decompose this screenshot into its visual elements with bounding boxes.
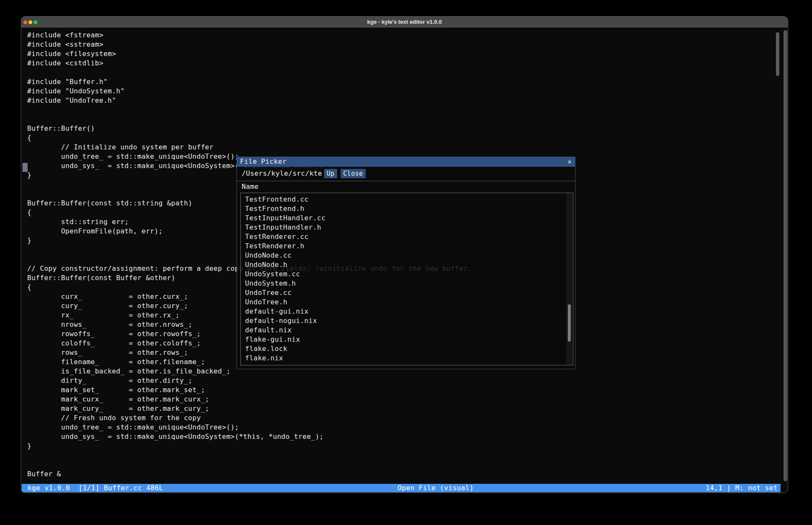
code-line xyxy=(27,460,472,469)
file-picker-dialog: File Picker ✕ /Users/kyle/src/kte Up Clo… xyxy=(237,157,575,369)
status-mode: Open File (visual) xyxy=(398,484,474,492)
file-list-item[interactable]: TestRenderer.h xyxy=(245,241,325,251)
file-list-item[interactable]: TestFrontend.cc xyxy=(245,195,325,204)
name-column-header: Name xyxy=(242,182,259,191)
desktop-background: kge - kyle's text editor v1.0.0 #include… xyxy=(0,0,812,525)
code-line: mark_set_ = other.mark_set_; xyxy=(27,385,472,395)
code-line xyxy=(27,451,472,460)
file-list-item[interactable]: flake-gui.nix xyxy=(245,335,325,344)
code-line: #include "UndoTree.h" xyxy=(27,96,472,105)
code-line: } xyxy=(27,441,472,451)
file-list-item[interactable]: default-nogui.nix xyxy=(245,316,325,326)
code-line: #include <fstream> xyxy=(27,31,472,40)
status-left: kge v1.0.0 [1/1] Buffer.cc 486L xyxy=(28,484,163,492)
file-list-item[interactable]: flake.lock xyxy=(245,344,325,354)
file-list-item[interactable]: flake.nix xyxy=(245,354,325,363)
editor-scrollbar-thumb[interactable] xyxy=(776,32,779,76)
code-line: { xyxy=(27,133,472,143)
file-items: TestFrontend.ccTestFrontend.hTestInputHa… xyxy=(245,195,325,363)
code-line: #include <sstream> xyxy=(27,40,472,49)
file-list-item[interactable]: default-gui.nix xyxy=(245,307,325,316)
code-line: undo_sys_ = std::make_unique<UndoSystem>… xyxy=(27,432,472,441)
file-list-item[interactable]: UndoSystem.cc xyxy=(245,270,325,279)
up-button[interactable]: Up xyxy=(324,169,337,178)
status-bar: kge v1.0.0 [1/1] Buffer.cc 486L Open Fil… xyxy=(22,484,781,492)
code-line: // Initialize undo system per buffer xyxy=(27,143,472,152)
file-list-item[interactable]: TestInputHandler.h xyxy=(245,223,325,232)
file-list-item[interactable]: TestInputHandler.cc xyxy=(245,213,325,223)
file-list-item[interactable]: UndoTree.cc xyxy=(245,288,325,298)
file-picker-body: /Users/kyle/src/kte Up Close Name TestFr… xyxy=(237,167,575,369)
code-line: #include <cstdlib> xyxy=(27,59,472,68)
code-line: #include <filesystem> xyxy=(27,49,472,59)
path-row: /Users/kyle/src/kte Up Close xyxy=(237,168,575,179)
file-list-item[interactable]: UndoNode.cc xyxy=(245,251,325,260)
file-list-item[interactable]: UndoTree.h xyxy=(245,298,325,307)
file-list-item[interactable]: UndoNode.h xyxy=(245,260,325,270)
editor-scrollbar-track[interactable] xyxy=(784,30,787,481)
status-cursor-info: 14,1 | M: not set xyxy=(705,484,778,492)
file-picker-title: File Picker xyxy=(237,157,287,166)
file-list-item[interactable]: TestFrontend.h xyxy=(245,204,325,213)
window-title: kge - kyle's text editor v1.0.0 xyxy=(21,17,788,28)
window-titlebar[interactable]: kge - kyle's text editor v1.0.0 xyxy=(21,17,788,28)
code-line: #include "UndoSystem.h" xyxy=(27,87,472,96)
file-list[interactable]: TestFrontend.ccTestFrontend.hTestInputHa… xyxy=(240,193,573,365)
file-list-scrollbar-thumb[interactable] xyxy=(568,304,571,342)
code-line: Buffer::Buffer() xyxy=(27,124,472,133)
file-list-item[interactable]: UndoSystem.h xyxy=(245,279,325,288)
code-line: mark_cury_ = other.mark_cury_; xyxy=(27,404,472,413)
text-cursor xyxy=(23,163,28,172)
code-line: #include "Buffer.h" xyxy=(27,77,472,87)
code-line xyxy=(27,68,472,77)
code-line: mark_curx_ = other.mark_curx_; xyxy=(27,395,472,404)
code-line xyxy=(27,115,472,124)
code-line: undo_tree_ = std::make_unique<UndoTree>(… xyxy=(27,423,472,432)
current-path: /Users/kyle/src/kte xyxy=(242,168,322,179)
code-line: dirty_ = other.dirty_; xyxy=(27,376,472,385)
code-line: Buffer & xyxy=(27,469,472,479)
code-line xyxy=(27,105,472,115)
divider xyxy=(237,181,575,181)
file-list-scrollbar-track[interactable] xyxy=(566,193,572,365)
close-button[interactable]: Close xyxy=(341,169,366,178)
file-list-item[interactable]: TestRenderer.cc xyxy=(245,232,325,241)
dialog-close-icon[interactable]: ✕ xyxy=(568,157,572,167)
editor-window: kge - kyle's text editor v1.0.0 #include… xyxy=(21,16,788,493)
file-list-item[interactable]: default.nix xyxy=(245,326,325,335)
file-picker-titlebar[interactable]: File Picker ✕ xyxy=(237,157,575,167)
code-line: // Fresh undo system for the copy xyxy=(27,413,472,423)
